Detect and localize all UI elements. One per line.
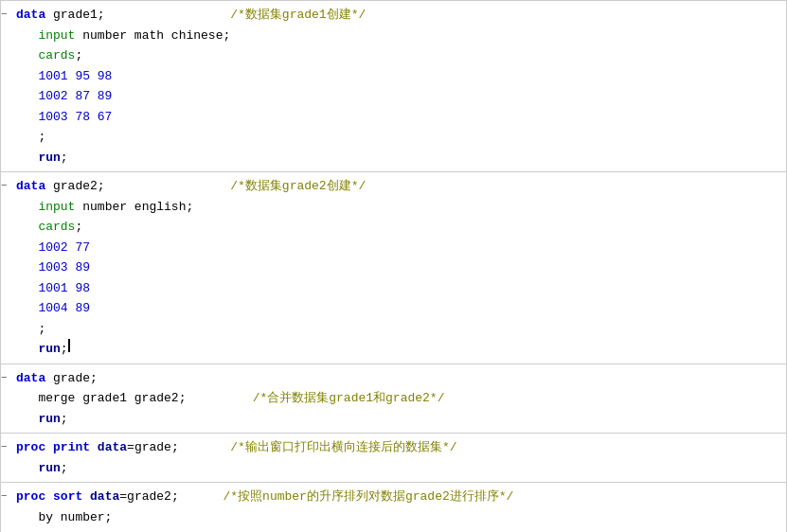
code-editor: −data grade1; /*数据集grade1创建*/ input numb… bbox=[0, 0, 787, 532]
code-token bbox=[105, 177, 231, 196]
collapse-icon[interactable]: − bbox=[1, 178, 14, 194]
code-token: by number; bbox=[16, 508, 112, 527]
code-token: grade1; bbox=[45, 6, 104, 25]
code-token: data bbox=[16, 369, 45, 388]
code-line: cards; bbox=[1, 217, 786, 238]
code-token: /*数据集grade1创建*/ bbox=[230, 6, 366, 25]
code-line: run; bbox=[1, 409, 786, 430]
code-token bbox=[82, 488, 90, 506]
code-block-block5: −proc sort data=grade2; /*按照number的升序排列对… bbox=[1, 483, 786, 532]
code-token: ; bbox=[61, 528, 68, 532]
code-token: run bbox=[38, 149, 60, 168]
code-token: /*输出窗口打印出横向连接后的数据集*/ bbox=[230, 438, 456, 457]
code-line: run; bbox=[1, 527, 786, 532]
code-token: number english; bbox=[75, 198, 193, 217]
code-token: /*合并数据集grade1和grade2*/ bbox=[253, 389, 445, 408]
code-line: −proc sort data=grade2; /*按照number的升序排列对… bbox=[1, 487, 786, 507]
code-token: data bbox=[16, 177, 45, 196]
code-token bbox=[16, 528, 38, 532]
code-token: data bbox=[90, 488, 119, 506]
code-line: 1001 95 98 bbox=[1, 66, 786, 87]
code-token: cards bbox=[38, 46, 75, 65]
code-token: 1003 78 67 bbox=[16, 108, 112, 127]
code-token: run bbox=[38, 410, 60, 429]
code-token: proc bbox=[16, 438, 45, 457]
code-token: 1002 77 bbox=[16, 239, 90, 257]
code-token bbox=[16, 410, 38, 429]
code-block-block1: −data grade1; /*数据集grade1创建*/ input numb… bbox=[1, 1, 786, 172]
code-token bbox=[16, 459, 38, 478]
code-token: input bbox=[16, 27, 75, 45]
code-line: input number english; bbox=[1, 197, 786, 218]
code-token: print bbox=[53, 438, 90, 457]
code-token: cards bbox=[38, 218, 75, 237]
code-line: 1004 89 bbox=[1, 298, 786, 319]
code-token bbox=[16, 340, 38, 359]
text-cursor bbox=[68, 339, 70, 352]
code-token bbox=[45, 438, 53, 457]
code-token: number math chinese; bbox=[75, 27, 230, 45]
code-line: −data grade2; /*数据集grade2创建*/ bbox=[1, 176, 786, 197]
code-line: input number math chinese; bbox=[1, 26, 786, 46]
code-token: ; bbox=[61, 149, 68, 168]
code-line: ; bbox=[1, 127, 786, 148]
code-token: =grade2; bbox=[119, 488, 178, 506]
code-token: ; bbox=[75, 46, 82, 65]
code-line: 1002 77 bbox=[1, 238, 786, 258]
code-token: input bbox=[16, 198, 75, 217]
code-block-block3: −data grade; merge grade1 grade2; /*合并数据… bbox=[1, 364, 786, 434]
code-token: proc bbox=[16, 488, 45, 506]
code-line: run; bbox=[1, 458, 786, 479]
code-token bbox=[16, 149, 38, 168]
code-line: −proc print data=grade; /*输出窗口打印出横向连接后的数… bbox=[1, 437, 786, 458]
code-token: /*按照number的升序排列对数据grade2进行排序*/ bbox=[224, 488, 514, 506]
code-blocks-container: −data grade1; /*数据集grade1创建*/ input numb… bbox=[1, 1, 786, 532]
code-token: 1003 89 bbox=[16, 258, 90, 277]
code-token bbox=[179, 488, 224, 506]
code-token: 1004 89 bbox=[16, 299, 90, 318]
code-token bbox=[45, 488, 53, 506]
code-line: 1001 98 bbox=[1, 278, 786, 299]
code-token bbox=[179, 438, 231, 457]
code-token bbox=[186, 389, 252, 408]
code-token: 1001 95 98 bbox=[16, 67, 112, 86]
code-line: 1003 89 bbox=[1, 257, 786, 278]
code-token: ; bbox=[16, 320, 45, 339]
code-token: ; bbox=[61, 459, 68, 478]
code-token: 1002 87 89 bbox=[16, 87, 112, 106]
code-line: 1002 87 89 bbox=[1, 86, 786, 107]
code-line: −data grade1; /*数据集grade1创建*/ bbox=[1, 5, 786, 26]
collapse-icon[interactable]: − bbox=[1, 439, 14, 455]
code-token bbox=[16, 218, 38, 237]
collapse-icon[interactable]: − bbox=[1, 7, 14, 23]
code-token: /*数据集grade2创建*/ bbox=[230, 177, 366, 196]
code-token: run bbox=[38, 459, 60, 478]
code-line: run; bbox=[1, 148, 786, 168]
code-token: data bbox=[98, 438, 127, 457]
code-line: merge grade1 grade2; /*合并数据集grade1和grade… bbox=[1, 388, 786, 409]
code-token bbox=[90, 438, 98, 457]
code-token: =grade; bbox=[127, 438, 179, 457]
code-token bbox=[16, 46, 38, 65]
code-line: by number; bbox=[1, 507, 786, 528]
code-token: 1001 98 bbox=[16, 279, 90, 298]
code-token: ; bbox=[61, 340, 68, 359]
code-token: ; bbox=[75, 218, 82, 237]
collapse-icon[interactable]: − bbox=[1, 370, 14, 386]
code-line: 1003 78 67 bbox=[1, 107, 786, 128]
code-token: merge grade1 grade2; bbox=[16, 389, 186, 408]
code-token: ; bbox=[61, 410, 68, 429]
code-token: data bbox=[16, 6, 45, 25]
collapse-icon[interactable]: − bbox=[1, 488, 14, 505]
code-block-block4: −proc print data=grade; /*输出窗口打印出横向连接后的数… bbox=[1, 434, 786, 483]
code-token: run bbox=[38, 340, 60, 359]
code-token: ; bbox=[16, 128, 45, 147]
code-token bbox=[105, 6, 231, 25]
code-line: −data grade; bbox=[1, 368, 786, 389]
code-line: ; bbox=[1, 319, 786, 340]
code-token: grade; bbox=[45, 369, 98, 388]
code-block-block2: −data grade2; /*数据集grade2创建*/ input numb… bbox=[1, 172, 786, 364]
code-line: cards; bbox=[1, 45, 786, 66]
code-token: run bbox=[38, 528, 60, 532]
code-token: sort bbox=[53, 488, 82, 506]
